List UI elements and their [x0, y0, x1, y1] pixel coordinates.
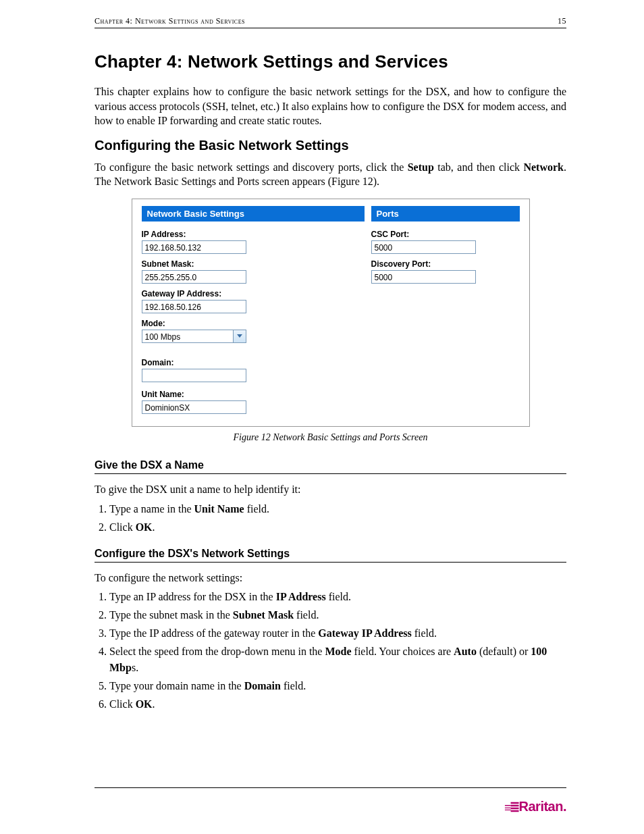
- csc-port-label: CSC Port:: [371, 230, 520, 239]
- configure-net-steps: Type an IP address for the DSX in the IP…: [95, 589, 566, 712]
- step: Type the IP address of the gateway route…: [109, 625, 566, 642]
- csc-port-input[interactable]: 5000: [371, 240, 476, 254]
- gateway-label: Gateway IP Address:: [142, 289, 365, 298]
- step: Type a name in the Unit Name field.: [109, 501, 566, 517]
- unit-name-input[interactable]: DominionSX: [142, 400, 246, 414]
- network-link-ref: Network: [523, 161, 564, 173]
- ip-address-input[interactable]: 192.168.50.132: [142, 240, 246, 254]
- subnet-mask-label: Subnet Mask:: [142, 259, 365, 269]
- running-header: Chapter 4: Network Settings and Services…: [95, 16, 566, 28]
- panel-header-left: Network Basic Settings: [142, 206, 365, 221]
- step: Type the subnet mask in the Subnet Mask …: [109, 607, 566, 623]
- subnet-mask-input[interactable]: 255.255.255.0: [142, 270, 246, 284]
- step: Type an IP address for the DSX in the IP…: [109, 589, 566, 605]
- domain-label: Domain:: [142, 358, 365, 367]
- ip-address-label: IP Address:: [142, 230, 365, 239]
- give-name-intro: To give the DSX unit a name to help iden…: [95, 482, 566, 497]
- panel-header-right: Ports: [371, 206, 520, 221]
- step: Click OK.: [109, 696, 566, 712]
- raritan-logo: ≡≣Raritan.: [504, 799, 566, 815]
- page: Chapter 4: Network Settings and Services…: [0, 0, 644, 834]
- header-page-number: 15: [558, 16, 566, 26]
- discovery-port-label: Discovery Port:: [371, 259, 520, 269]
- section-heading: Configuring the Basic Network Settings: [95, 138, 566, 153]
- step: Select the speed from the drop-down menu…: [109, 644, 566, 676]
- network-settings-figure: Network Basic Settings IP Address: 192.1…: [132, 199, 530, 427]
- header-chapter: Chapter 4: Network Settings and Services: [95, 16, 245, 26]
- mode-value: 100 Mbps: [145, 332, 181, 342]
- footer-rule: [95, 787, 566, 788]
- subsection-heading-network: Configure the DSX's Network Settings: [95, 548, 566, 563]
- setup-tab-ref: Setup: [408, 161, 434, 173]
- network-basic-settings-panel: Network Basic Settings IP Address: 192.1…: [142, 206, 365, 414]
- discovery-port-input[interactable]: 5000: [371, 270, 476, 284]
- figure-caption: Figure 12 Network Basic Settings and Por…: [95, 432, 566, 443]
- domain-input[interactable]: [142, 369, 246, 382]
- intro-paragraph: This chapter explains how to configure t…: [95, 84, 566, 128]
- subsection-heading-name: Give the DSX a Name: [95, 459, 566, 474]
- section-paragraph: To configure the basic network settings …: [95, 160, 566, 189]
- give-name-steps: Type a name in the Unit Name field. Clic…: [95, 501, 566, 536]
- unit-name-label: Unit Name:: [142, 390, 365, 399]
- logo-icon: ≡≣: [504, 801, 518, 814]
- mode-select[interactable]: 100 Mbps: [142, 330, 246, 343]
- step: Click OK.: [109, 519, 566, 536]
- ports-panel: Ports CSC Port: 5000 Discovery Port: 500…: [371, 206, 520, 414]
- gateway-input[interactable]: 192.168.50.126: [142, 300, 246, 313]
- configure-net-intro: To configure the network settings:: [95, 571, 566, 585]
- chapter-title: Chapter 4: Network Settings and Services: [95, 51, 566, 72]
- step: Type your domain name in the Domain fiel…: [109, 678, 566, 694]
- mode-label: Mode:: [142, 319, 365, 328]
- chevron-down-icon: [233, 330, 246, 342]
